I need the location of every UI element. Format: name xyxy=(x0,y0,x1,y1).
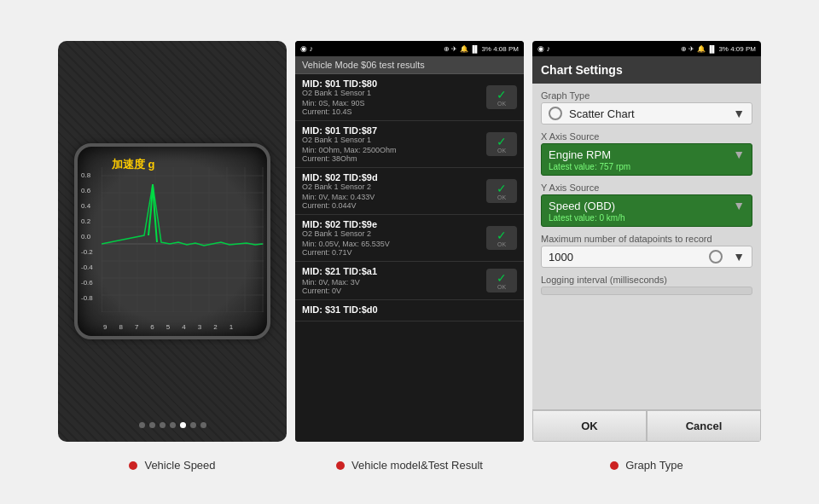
phone-frame-2: ◉ ♪ ⊕ ✈ 🔔 ▐▌ 3% 4:08 PM Vehicle Mode $06… xyxy=(295,41,524,442)
x-label: 7 xyxy=(135,323,138,331)
ok-check-icon: ✓ xyxy=(497,89,507,101)
settings-title: Chart Settings xyxy=(541,63,623,77)
x-axis-label: X Axis Source xyxy=(541,131,752,142)
y-axis-arrow-icon: ▼ xyxy=(733,199,745,212)
caption-item-2: Vehicle model&Test Result xyxy=(295,459,524,472)
max-datapoints-label: Maximum number of datapoints to record xyxy=(541,234,752,244)
test-info: MID: $31 TID:$d0 xyxy=(302,304,517,316)
ok-badge: ✓ OK xyxy=(486,85,517,109)
x-label: 3 xyxy=(198,323,201,331)
y-axis-dropdown[interactable]: Speed (OBD) ▼ Latest value: 0 km/h xyxy=(541,194,752,227)
settings-body: Graph Type Scatter Chart ▼ X Axis Source xyxy=(532,84,761,409)
test-list: MID: $01 TID:$80 O2 Bank 1 Sensor 1 Min:… xyxy=(295,74,524,442)
test-sensor: O2 Bank 1 Sensor 1 xyxy=(302,89,481,97)
y-axis-value: Speed (OBD) xyxy=(549,200,615,212)
settings-footer: OK Cancel xyxy=(532,409,761,442)
test-sensor: O2 Bank 1 Sensor 2 xyxy=(302,182,481,191)
main-container: 加速度 g 0.8 0.6 0.4 0.2 0.0 -0.2 -0.4 -0.6… xyxy=(0,32,819,450)
test-item: MID: $21 TID:$a1 Min: 0V, Max: 3VCurrent… xyxy=(295,262,524,300)
x-axis-arrow-icon: ▼ xyxy=(733,148,745,161)
status-bar-right-3: ⊕ ✈ 🔔 ▐▌ 3% 4:09 PM xyxy=(681,45,756,53)
y-label: -0.8 xyxy=(81,291,93,306)
test-item: MID: $02 TID:$9d O2 Bank 1 Sensor 2 Min:… xyxy=(295,168,524,215)
test-item: MID: $01 TID:$87 O2 Bank 1 Sensor 1 Min:… xyxy=(295,121,524,168)
test-info: MID: $02 TID:$9d O2 Bank 1 Sensor 2 Min:… xyxy=(302,172,481,210)
y-label: 0.0 xyxy=(81,229,93,245)
page-dot xyxy=(200,422,206,428)
max-datapoints-radio[interactable] xyxy=(709,250,723,264)
graph-type-dropdown[interactable]: Scatter Chart ▼ xyxy=(541,102,752,125)
y-label: 0.6 xyxy=(81,183,93,199)
graph-type-arrow-icon: ▼ xyxy=(733,107,745,120)
x-axis-labels: 9 8 7 6 5 4 3 2 1 xyxy=(103,323,233,331)
x-axis-latest: Latest value: 757 rpm xyxy=(549,162,745,171)
ok-button[interactable]: OK xyxy=(532,410,647,442)
caption-text-2: Vehicle model&Test Result xyxy=(351,459,483,472)
x-axis-section: X Axis Source Engine RPM ▼ Latest value:… xyxy=(541,131,752,176)
page-dot-active xyxy=(180,422,186,428)
cancel-button[interactable]: Cancel xyxy=(647,410,761,442)
x-label: 8 xyxy=(119,323,122,331)
y-label: 0.2 xyxy=(81,214,93,229)
test-mid: MID: $02 TID:$9e xyxy=(302,219,481,229)
x-label: 4 xyxy=(182,323,185,331)
chart-svg xyxy=(102,167,264,312)
test-info: MID: $01 TID:$80 O2 Bank 1 Sensor 1 Min:… xyxy=(302,78,481,116)
screen2-header: Vehicle Mode $06 test results xyxy=(295,56,524,74)
test-results-screen: ◉ ♪ ⊕ ✈ 🔔 ▐▌ 3% 4:08 PM Vehicle Mode $06… xyxy=(295,41,524,442)
caption-item-3: Graph Type xyxy=(532,459,761,472)
page-dot xyxy=(149,422,155,428)
ok-text: OK xyxy=(497,101,506,107)
y-label: -0.2 xyxy=(81,245,93,260)
ok-check-icon: ✓ xyxy=(497,229,507,241)
page-dot xyxy=(190,422,196,428)
x-label: 6 xyxy=(150,323,154,331)
caption-text-1: Vehicle Speed xyxy=(144,459,215,472)
y-axis-labels: 0.8 0.6 0.4 0.2 0.0 -0.2 -0.4 -0.6 -0.8 xyxy=(81,168,93,306)
test-item: MID: $31 TID:$d0 xyxy=(295,300,524,322)
test-info: MID: $21 TID:$a1 Min: 0V, Max: 3VCurrent… xyxy=(302,266,481,295)
x-axis-dropdown[interactable]: Engine RPM ▼ Latest value: 757 rpm xyxy=(541,143,752,176)
ok-badge: ✓ OK xyxy=(486,269,517,293)
test-values: Min: 0V, Max: 3VCurrent: 0V xyxy=(302,278,481,295)
ok-check-icon: ✓ xyxy=(497,136,507,148)
test-values: Min: 0.05V, Max: 65.535VCurrent: 0.71V xyxy=(302,240,481,257)
vehicle-speed-screen: 加速度 g 0.8 0.6 0.4 0.2 0.0 -0.2 -0.4 -0.6… xyxy=(58,41,287,442)
y-label: -0.4 xyxy=(81,260,93,275)
ok-check-icon: ✓ xyxy=(497,182,507,194)
test-mid: MID: $21 TID:$a1 xyxy=(302,266,481,276)
status-bar-3: ◉ ♪ ⊕ ✈ 🔔 ▐▌ 3% 4:09 PM xyxy=(532,41,761,56)
logging-interval-input[interactable] xyxy=(541,287,752,295)
page-dot xyxy=(170,422,176,428)
test-mid: MID: $31 TID:$d0 xyxy=(302,304,517,315)
caption-dot-2 xyxy=(336,461,345,470)
caption-row: Vehicle Speed Vehicle model&Test Result … xyxy=(58,459,761,472)
test-mid: MID: $02 TID:$9d xyxy=(302,172,481,182)
test-mid: MID: $01 TID:$87 xyxy=(302,125,481,136)
caption-item-1: Vehicle Speed xyxy=(58,459,287,472)
ok-badge: ✓ OK xyxy=(486,226,517,250)
max-datapoints-value: 1000 xyxy=(549,251,573,264)
test-mid: MID: $01 TID:$80 xyxy=(302,78,481,89)
gauge-widget: 加速度 g 0.8 0.6 0.4 0.2 0.0 -0.2 -0.4 -0.6… xyxy=(74,143,270,339)
max-datapoints-section: Maximum number of datapoints to record 1… xyxy=(541,234,752,268)
max-datapoints-dropdown[interactable]: 1000 ▼ xyxy=(541,246,752,268)
test-values: Min: 0Ohm, Max: 2500OhmCurrent: 38Ohm xyxy=(302,146,481,163)
caption-dot-1 xyxy=(129,461,137,470)
status-bar-left-3: ◉ ♪ xyxy=(537,44,550,53)
ok-text: OK xyxy=(497,194,506,200)
graph-type-radio[interactable] xyxy=(549,107,562,120)
graph-type-section: Graph Type Scatter Chart ▼ xyxy=(541,90,752,125)
test-item: MID: $01 TID:$80 O2 Bank 1 Sensor 1 Min:… xyxy=(295,74,524,121)
y-label: 0.8 xyxy=(81,168,93,183)
logging-interval-section: Logging interval (milliseconds) xyxy=(541,275,752,295)
test-sensor: O2 Bank 1 Sensor 1 xyxy=(302,136,481,144)
status-bar-2: ◉ ♪ ⊕ ✈ 🔔 ▐▌ 3% 4:08 PM xyxy=(295,41,524,56)
y-axis-label: Y Axis Source xyxy=(541,182,752,193)
graph-type-value: Scatter Chart xyxy=(569,107,635,120)
test-info: MID: $01 TID:$87 O2 Bank 1 Sensor 1 Min:… xyxy=(302,125,481,163)
ok-badge: ✓ OK xyxy=(486,132,517,156)
chart-settings-screen: ◉ ♪ ⊕ ✈ 🔔 ▐▌ 3% 4:09 PM Chart Settings G… xyxy=(532,41,761,442)
caption-text-3: Graph Type xyxy=(625,459,683,472)
ok-text: OK xyxy=(497,148,506,154)
